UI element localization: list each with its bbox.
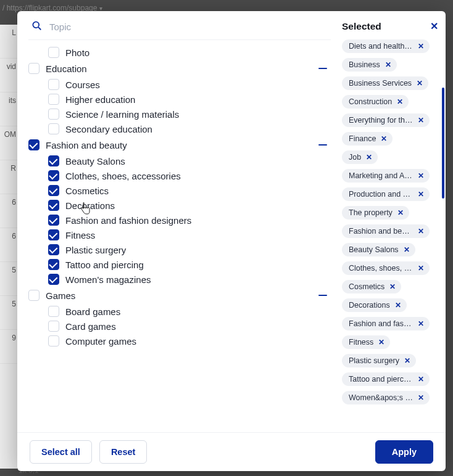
collapse-icon[interactable]	[317, 62, 331, 75]
remove-chip-icon[interactable]: ✕	[418, 375, 424, 384]
topic-row[interactable]: Tattoo and piercing	[28, 257, 331, 272]
remove-chip-icon[interactable]: ✕	[418, 190, 424, 199]
remove-chip-icon[interactable]: ✕	[418, 264, 424, 273]
selected-chip: Production and supplies✕	[342, 187, 430, 201]
checkbox[interactable]	[48, 259, 59, 270]
remove-chip-icon[interactable]: ✕	[404, 245, 410, 254]
topic-label: Decorations	[65, 200, 115, 211]
topic-row[interactable]: Women's magazines	[28, 272, 331, 287]
checkbox[interactable]	[48, 109, 59, 120]
select-all-button[interactable]: Select all	[30, 440, 92, 464]
topic-row[interactable]: Secondary education	[28, 121, 331, 136]
topic-row[interactable]: Cosmetics	[28, 183, 331, 198]
bg-left-cell: its	[0, 92, 17, 126]
remove-chip-icon[interactable]: ✕	[418, 171, 424, 180]
selected-panel: Selected ✕ Diets and healthy eating✕Busi…	[337, 11, 446, 432]
remove-chip-icon[interactable]: ✕	[381, 134, 387, 143]
topic-row[interactable]: Higher education	[28, 92, 331, 107]
topic-row[interactable]: Clothes, shoes, accessories	[28, 168, 331, 183]
checkbox[interactable]	[48, 244, 59, 255]
selected-chip: Everything for the office✕	[342, 113, 430, 127]
remove-chip-icon[interactable]: ✕	[395, 301, 401, 310]
chip-label: Everything for the office	[349, 116, 413, 125]
selected-chip: Job✕	[342, 150, 378, 164]
selected-chip: Tattoo and piercing✕	[342, 372, 430, 386]
checkbox[interactable]	[48, 170, 59, 181]
search-row	[28, 20, 331, 40]
bg-left-cell: R	[0, 160, 17, 194]
chip-label: Construction	[349, 97, 392, 106]
category-row[interactable]: Education	[28, 60, 331, 77]
checkbox[interactable]	[48, 306, 59, 317]
checkbox[interactable]	[28, 290, 39, 301]
remove-chip-icon[interactable]: ✕	[418, 116, 424, 125]
checkbox[interactable]	[48, 229, 59, 240]
topic-label: Photo	[65, 47, 89, 58]
topic-row[interactable]: Board games	[28, 304, 331, 319]
topic-row[interactable]: Decorations	[28, 198, 331, 213]
topic-label: Beauty Salons	[65, 156, 125, 166]
remove-chip-icon[interactable]: ✕	[366, 153, 372, 162]
topic-row[interactable]: Card games	[28, 319, 331, 334]
remove-chip-icon[interactable]: ✕	[418, 393, 424, 402]
checkbox[interactable]	[28, 63, 39, 74]
remove-chip-icon[interactable]: ✕	[418, 227, 424, 236]
remove-chip-icon[interactable]: ✕	[418, 319, 424, 328]
close-icon[interactable]: ✕	[430, 22, 438, 31]
remove-chip-icon[interactable]: ✕	[417, 79, 423, 88]
checkbox[interactable]	[48, 123, 59, 134]
topic-tree[interactable]: PhotoEducationCoursesHigher educationSci…	[28, 40, 337, 432]
remove-chip-icon[interactable]: ✕	[389, 282, 396, 291]
topic-row[interactable]: Fashion and fashion designers	[28, 213, 331, 228]
checkbox[interactable]	[48, 94, 59, 105]
topic-row[interactable]: Science / learning materials	[28, 107, 331, 121]
checkbox[interactable]	[48, 274, 59, 285]
topic-row[interactable]: Plastic surgery	[28, 242, 331, 257]
topic-label: Fashion and beauty	[46, 140, 127, 150]
topic-row[interactable]: Computer games	[28, 334, 331, 348]
category-row[interactable]: Fashion and beauty	[28, 136, 331, 154]
chip-label: Production and supplies	[349, 190, 413, 199]
search-input[interactable]	[49, 22, 323, 32]
chip-label: Decorations	[349, 301, 390, 310]
topic-label: Courses	[65, 80, 100, 90]
reset-button[interactable]: Reset	[99, 440, 148, 464]
checkbox[interactable]	[48, 47, 59, 58]
svg-line-1	[38, 27, 40, 29]
remove-chip-icon[interactable]: ✕	[397, 97, 403, 106]
chip-label: The property	[349, 208, 393, 217]
checkbox[interactable]	[48, 185, 59, 196]
chip-label: Cosmetics	[349, 282, 384, 291]
topic-row[interactable]: Photo	[28, 45, 331, 60]
category-row[interactable]: Games	[28, 287, 331, 304]
remove-chip-icon[interactable]: ✕	[418, 42, 424, 51]
chip-label: Marketing and Advertising	[349, 171, 413, 180]
checkbox[interactable]	[48, 215, 59, 226]
topic-label: Women's magazines	[65, 274, 151, 285]
topic-label: Education	[46, 64, 87, 74]
topic-row[interactable]: Courses	[28, 77, 331, 92]
checkbox[interactable]	[28, 139, 39, 150]
checkbox[interactable]	[48, 321, 59, 332]
checkbox[interactable]	[48, 335, 59, 347]
bg-left-cell: 5	[0, 262, 17, 296]
topic-label: Computer games	[65, 336, 136, 347]
remove-chip-icon[interactable]: ✕	[378, 338, 384, 347]
remove-chip-icon[interactable]: ✕	[397, 208, 404, 217]
remove-chip-icon[interactable]: ✕	[385, 60, 391, 69]
chip-label: Tattoo and piercing	[349, 375, 413, 384]
topic-row[interactable]: Beauty Salons	[28, 154, 331, 168]
topic-row[interactable]: Fitness	[28, 228, 331, 242]
checkbox[interactable]	[48, 79, 59, 90]
remove-chip-icon[interactable]: ✕	[404, 356, 410, 365]
collapse-icon[interactable]	[317, 289, 331, 302]
selected-chip: Fashion and fashion designers✕	[342, 317, 430, 330]
topic-label: Tattoo and piercing	[65, 260, 144, 270]
selected-chip: Construction✕	[342, 95, 409, 109]
selected-chip: Decorations✕	[342, 298, 407, 312]
collapse-icon[interactable]	[317, 138, 331, 152]
scrollbar-thumb[interactable]	[442, 88, 444, 199]
checkbox[interactable]	[48, 200, 59, 211]
apply-button[interactable]: Apply	[375, 440, 433, 464]
checkbox[interactable]	[48, 155, 59, 166]
